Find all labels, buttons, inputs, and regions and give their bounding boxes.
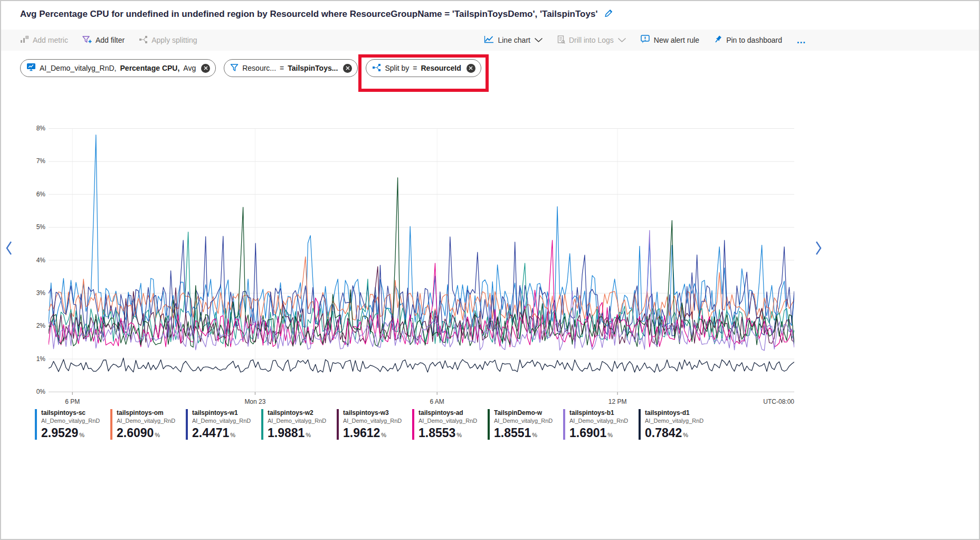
legend-item-tailspintoys-w1[interactable]: tailspintoys-w1 AI_Demo_vitalyg_RnD 2.44… [186, 409, 257, 442]
chips-row: AI_Demo_vitalyg_RnD, Percentage CPU, Avg… [20, 59, 481, 77]
more-options-button[interactable]: … [796, 35, 806, 45]
series-line-tailspintoys-d1 [49, 358, 794, 372]
series-line-tailspintoys-sc [49, 135, 794, 327]
legend-series-value: 2.4471% [192, 426, 251, 442]
drill-into-logs-button[interactable]: Drill into Logs [557, 35, 626, 45]
split-by-chip[interactable]: Split by=ResourceId [366, 59, 481, 77]
percent-unit: % [607, 432, 613, 438]
legend-series-name: TailspinDemo-w [494, 409, 553, 417]
logs-document-icon [557, 35, 565, 45]
legend-resource-name: AI_Demo_vitalyg_RnD [117, 417, 175, 424]
chart-plot[interactable] [49, 128, 794, 396]
x-axis-label: 6 AM [430, 398, 444, 405]
split-chip-label: Split by [385, 64, 409, 72]
metric-chip-scope: AI_Demo_vitalyg_RnD, [40, 64, 117, 72]
remove-metric-button[interactable] [201, 64, 210, 73]
apply-splitting-icon [139, 35, 148, 45]
remove-filter-button[interactable] [343, 64, 352, 73]
legend-series-value: 1.9881% [268, 426, 326, 442]
line-chart-icon [484, 35, 494, 45]
x-axis-label: Mon 23 [244, 398, 265, 405]
add-metric-button[interactable]: Add metric [20, 35, 68, 45]
percent-unit: % [532, 432, 537, 438]
metrics-chart-page: Avg Percentage CPU for undefined in unde… [0, 0, 980, 540]
pencil-icon [604, 8, 614, 20]
legend-color-bar [412, 409, 414, 440]
timezone-label: UTC-08:00 [763, 398, 794, 405]
legend-series-value: 2.6090% [117, 426, 175, 442]
legend-item-tailspintoys-sc[interactable]: tailspintoys-sc AI_Demo_vitalyg_RnD 2.95… [35, 409, 106, 442]
legend-series-value: 1.9612% [343, 426, 402, 442]
legend-color-bar [110, 409, 112, 440]
percent-unit: % [306, 432, 311, 438]
previous-chart-button[interactable] [3, 238, 15, 260]
filter-funnel-icon [230, 63, 239, 73]
chevron-down-icon [617, 36, 626, 44]
chart: UTC-08:00 6 PMMon 236 AM12 PM0%1%2%3%4%5… [1, 123, 980, 419]
percent-unit: % [155, 432, 160, 438]
percent-unit: % [79, 432, 84, 438]
pin-icon [713, 35, 722, 45]
legend-series-name: tailspintoys-w3 [343, 409, 402, 417]
split-chip-operator: = [413, 64, 417, 72]
legend-series-name: tailspintoys-om [117, 409, 175, 417]
legend-item-tailspintoys-b1[interactable]: tailspintoys-b1 AI_Demo_vitalyg_RnD 1.69… [563, 409, 634, 442]
legend-resource-name: AI_Demo_vitalyg_RnD [41, 417, 100, 424]
y-axis-label: 4% [14, 256, 45, 264]
y-axis-label: 0% [14, 387, 45, 396]
percent-unit: % [456, 432, 462, 438]
legend: tailspintoys-sc AI_Demo_vitalyg_RnD 2.95… [35, 409, 710, 442]
toolbar: Add metric Add filter Apply splitting Li… [1, 30, 979, 51]
legend-color-bar [261, 409, 263, 440]
metric-chip[interactable]: AI_Demo_vitalyg_RnD, Percentage CPU, Avg [20, 59, 216, 77]
legend-color-bar [488, 409, 490, 440]
legend-series-value: 0.7842% [645, 426, 703, 442]
add-metric-icon [20, 35, 29, 45]
add-filter-button[interactable]: Add filter [82, 35, 125, 45]
legend-item-tailspintoys-d1[interactable]: tailspintoys-d1 AI_Demo_vitalyg_RnD 0.78… [639, 409, 710, 442]
remove-split-button[interactable] [467, 64, 475, 73]
legend-item-tailspintoys-w3[interactable]: tailspintoys-w3 AI_Demo_vitalyg_RnD 1.96… [337, 409, 408, 442]
chevron-left-icon [5, 250, 13, 258]
split-icon [372, 63, 381, 73]
legend-item-tailspintoys-om[interactable]: tailspintoys-om AI_Demo_vitalyg_RnD 2.60… [110, 409, 182, 442]
legend-resource-name: AI_Demo_vitalyg_RnD [645, 417, 703, 424]
legend-resource-name: AI_Demo_vitalyg_RnD [192, 417, 251, 424]
legend-item-tailspintoys-w2[interactable]: tailspintoys-w2 AI_Demo_vitalyg_RnD 1.98… [261, 409, 332, 442]
legend-series-name: tailspintoys-w2 [268, 409, 326, 417]
ellipsis-icon: … [796, 35, 806, 45]
percent-unit: % [381, 432, 386, 438]
edit-title-button[interactable] [603, 7, 615, 21]
legend-resource-name: AI_Demo_vitalyg_RnD [494, 417, 553, 424]
legend-item-tailspintoys-ad[interactable]: tailspintoys-ad AI_Demo_vitalyg_RnD 1.85… [412, 409, 483, 442]
new-alert-rule-button[interactable]: New alert rule [641, 35, 699, 45]
split-chip-value: ResourceId [421, 64, 461, 72]
legend-series-value: 1.8553% [418, 426, 477, 442]
next-chart-button[interactable] [813, 238, 824, 260]
pin-to-dashboard-button[interactable]: Pin to dashboard [713, 35, 782, 45]
legend-item-TailspinDemo-w[interactable]: TailspinDemo-w AI_Demo_vitalyg_RnD 1.855… [488, 409, 559, 442]
legend-series-value: 1.6901% [569, 426, 628, 442]
split-chip-highlight-wrap: Split by=ResourceId [366, 59, 481, 77]
filter-chip[interactable]: Resourc...=TailspinToys... [224, 59, 358, 77]
legend-resource-name: AI_Demo_vitalyg_RnD [268, 417, 326, 424]
apply-splitting-button[interactable]: Apply splitting [139, 35, 197, 45]
y-axis-label: 5% [14, 223, 45, 231]
filter-chip-operator: = [280, 64, 284, 72]
toolbar-right-group: Line chart Drill into Logs New alert rul… [484, 35, 806, 45]
x-axis-label: 6 PM [65, 398, 80, 405]
metric-chip-aggregation: Avg [183, 64, 196, 72]
y-axis-label: 2% [14, 321, 45, 330]
legend-series-value: 1.8551% [494, 426, 553, 442]
percent-unit: % [230, 432, 235, 438]
metric-monitor-icon [26, 63, 36, 73]
add-filter-icon [82, 35, 92, 45]
y-axis-label: 7% [14, 157, 45, 165]
chart-type-button[interactable]: Line chart [484, 35, 543, 45]
y-axis-label: 8% [14, 124, 45, 132]
x-axis-label: 12 PM [608, 398, 627, 405]
legend-resource-name: AI_Demo_vitalyg_RnD [418, 417, 477, 424]
legend-series-name: tailspintoys-d1 [645, 409, 703, 417]
metric-chip-metric: Percentage CPU, [120, 64, 180, 72]
filter-chip-value: TailspinToys... [288, 64, 338, 72]
